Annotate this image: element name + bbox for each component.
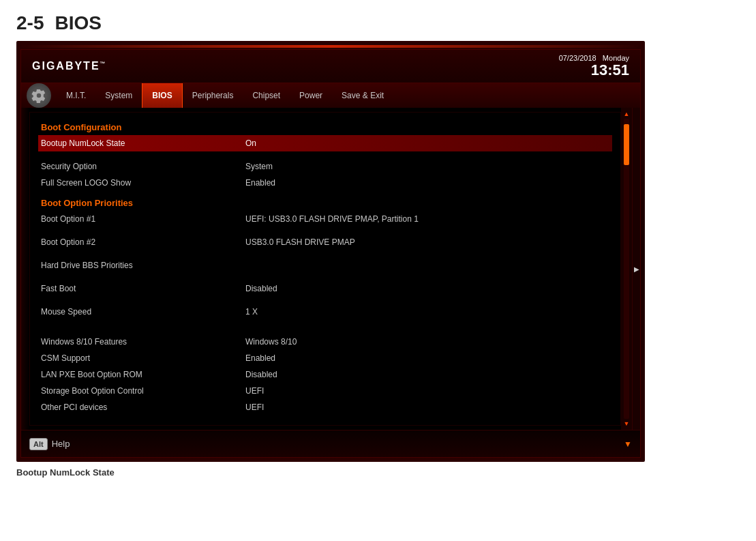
bootup-numlock-name: Bootup NumLock State — [41, 138, 245, 148]
hard-drive-bbs-name: Hard Drive BBS Priorities — [41, 261, 245, 270]
mouse-speed-name: Mouse Speed — [41, 307, 245, 317]
boot-config-label: Boot Configuration — [41, 122, 609, 132]
help-section: Alt Help — [29, 438, 70, 450]
windows-features-name: Windows 8/10 Features — [41, 337, 245, 347]
lan-pxe-value: Disabled — [245, 370, 277, 379]
alt-key-badge: Alt — [29, 438, 48, 450]
boot-option-1-row[interactable]: Boot Option #1 UEFI: USB3.0 FLASH DRIVE … — [41, 211, 609, 227]
time-display: 13:51 — [591, 61, 629, 78]
nav-item-peripherals[interactable]: Peripherals — [183, 83, 243, 108]
security-option-name: Security Option — [41, 162, 245, 171]
csm-support-row[interactable]: CSM Support Enabled — [41, 350, 609, 366]
datetime-display: 07/23/2018 Monday 13:51 — [559, 54, 629, 78]
page-header: 2-5 BIOS — [0, 0, 756, 41]
bios-inner: GIGABYTE™ 07/23/2018 Monday 13:51 — [20, 49, 641, 458]
lan-pxe-row[interactable]: LAN PXE Boot Option ROM Disabled — [41, 366, 609, 383]
storage-boot-name: Storage Boot Option Control — [41, 386, 245, 396]
full-screen-logo-row[interactable]: Full Screen LOGO Show Enabled — [41, 175, 609, 191]
nav-item-bios[interactable]: BIOS — [142, 83, 182, 108]
nav-item-power[interactable]: Power — [290, 83, 332, 108]
windows-features-value: Windows 8/10 — [245, 337, 297, 347]
fast-boot-value: Disabled — [245, 284, 277, 293]
hard-drive-bbs-row[interactable]: Hard Drive BBS Priorities — [41, 257, 609, 274]
boot-option-2-name: Boot Option #2 — [41, 237, 245, 247]
nav-item-save-exit[interactable]: Save & Exit — [332, 83, 393, 108]
page-container: 2-5 BIOS GIGABYTE™ 07/23/2018 Monday 13:… — [0, 0, 756, 486]
bootup-numlock-value: On — [245, 138, 256, 148]
bios-topbar: GIGABYTE™ 07/23/2018 Monday 13:51 — [21, 50, 640, 83]
gigabyte-logo: GIGABYTE™ — [32, 60, 107, 72]
bootup-numlock-row[interactable]: Bootup NumLock State On — [38, 135, 612, 151]
boot-option-1-name: Boot Option #1 — [41, 214, 245, 224]
scroll-down-arrow[interactable]: ▼ — [624, 420, 630, 427]
csm-support-name: CSM Support — [41, 353, 245, 363]
scrollbar-thumb — [624, 124, 629, 165]
right-nav-arrow[interactable]: ▶ — [632, 108, 640, 430]
nav-item-mit[interactable]: M.I.T. — [57, 83, 95, 108]
boot-option-2-row[interactable]: Boot Option #2 USB3.0 FLASH DRIVE PMAP — [41, 234, 609, 250]
mouse-speed-row[interactable]: Mouse Speed 1 X — [41, 304, 609, 320]
right-scrollbar[interactable]: ▲ ▼ — [621, 108, 632, 430]
storage-boot-value: UEFI — [245, 386, 264, 396]
bios-content: Boot Configuration Bootup NumLock State … — [29, 112, 621, 426]
section-title: BIOS — [55, 12, 101, 34]
full-screen-logo-value: Enabled — [245, 178, 275, 188]
boot-option-1-value: UEFI: USB3.0 FLASH DRIVE PMAP, Partition… — [245, 214, 419, 224]
nav-bar: M.I.T. System BIOS Peripherals Chipset P… — [21, 83, 640, 108]
security-option-value: System — [245, 162, 273, 171]
bios-screenshot: GIGABYTE™ 07/23/2018 Monday 13:51 — [16, 41, 645, 462]
mouse-speed-value: 1 X — [245, 307, 258, 317]
section-number: 2-5 — [16, 12, 44, 34]
left-decoration — [21, 108, 29, 430]
boot-option-priorities-label: Boot Option Priorities — [41, 198, 609, 208]
fast-boot-row[interactable]: Fast Boot Disabled — [41, 280, 609, 297]
help-label: Help — [52, 439, 70, 449]
scrollbar-track — [624, 119, 629, 419]
lan-pxe-name: LAN PXE Boot Option ROM — [41, 370, 245, 379]
gear-icon — [27, 83, 51, 108]
other-pci-row[interactable]: Other PCI devices UEFI — [41, 399, 609, 415]
top-glow-decoration — [20, 45, 641, 48]
scroll-up-arrow[interactable]: ▲ — [624, 111, 630, 117]
bottom-nav-arrow: ▼ — [624, 439, 632, 449]
security-option-row[interactable]: Security Option System — [41, 158, 609, 175]
footer-note: Bootup NumLock State — [0, 462, 756, 486]
main-area: Boot Configuration Bootup NumLock State … — [21, 108, 640, 430]
csm-support-value: Enabled — [245, 353, 275, 363]
full-screen-logo-name: Full Screen LOGO Show — [41, 178, 245, 188]
storage-boot-row[interactable]: Storage Boot Option Control UEFI — [41, 383, 609, 399]
other-pci-value: UEFI — [245, 403, 264, 412]
other-pci-name: Other PCI devices — [41, 403, 245, 412]
nav-item-system[interactable]: System — [95, 83, 142, 108]
fast-boot-name: Fast Boot — [41, 284, 245, 293]
bottom-bar: Alt Help ▼ — [21, 430, 640, 457]
nav-item-chipset[interactable]: Chipset — [243, 83, 290, 108]
boot-option-2-value: USB3.0 FLASH DRIVE PMAP — [245, 237, 355, 247]
windows-features-row[interactable]: Windows 8/10 Features Windows 8/10 — [41, 334, 609, 350]
